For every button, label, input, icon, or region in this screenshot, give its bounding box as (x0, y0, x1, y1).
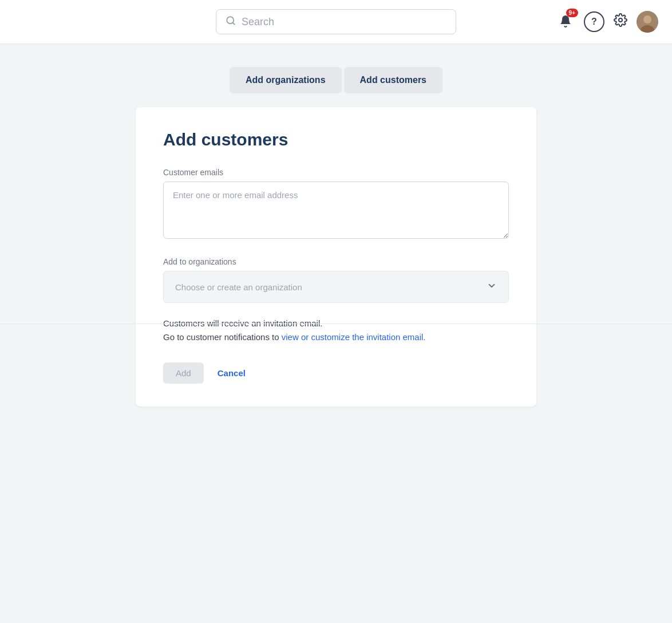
svg-point-5 (643, 15, 651, 23)
help-icon: ? (591, 17, 597, 27)
notification-badge: 9+ (566, 9, 578, 17)
svg-line-1 (232, 22, 234, 24)
customer-emails-label: Customer emails (163, 168, 509, 177)
customize-email-link[interactable]: view or customize the invitation email. (282, 332, 426, 342)
add-to-org-label: Add to organizations (163, 257, 509, 266)
help-button[interactable]: ? (584, 11, 604, 32)
add-button[interactable]: Add (163, 362, 204, 384)
app-header: Search 9+ ? (0, 0, 672, 44)
user-avatar[interactable] (637, 11, 658, 33)
notifications-button[interactable]: 9+ (556, 12, 575, 32)
add-customers-card: Add customers Customer emails Add to org… (136, 107, 536, 407)
action-row: Add Cancel (163, 362, 509, 384)
org-select-placeholder: Choose or create an organization (175, 282, 302, 292)
tab-add-customers[interactable]: Add customers (344, 67, 442, 93)
settings-button[interactable] (614, 13, 627, 30)
email-input[interactable] (163, 182, 509, 239)
header-icons: 9+ ? (556, 11, 658, 33)
main-content: Add organizations Add customers Add cust… (0, 44, 672, 429)
invite-info-text: Customers will receive an invitation ema… (163, 317, 509, 344)
add-to-organizations-field: Add to organizations Choose or create an… (163, 257, 509, 303)
org-select-dropdown[interactable]: Choose or create an organization (163, 271, 509, 303)
divider-line (0, 324, 672, 324)
cancel-button[interactable]: Cancel (215, 362, 248, 384)
chevron-down-icon (487, 281, 497, 293)
tab-row: Add organizations Add customers (230, 67, 442, 93)
tab-add-organizations[interactable]: Add organizations (230, 67, 342, 93)
search-bar[interactable]: Search (216, 9, 456, 34)
customer-emails-field: Customer emails (163, 168, 509, 241)
search-placeholder-text: Search (242, 16, 274, 28)
search-icon (226, 15, 236, 28)
gear-icon (614, 13, 627, 27)
avatar-image (637, 11, 658, 33)
card-title: Add customers (163, 130, 509, 149)
svg-point-3 (619, 18, 622, 22)
